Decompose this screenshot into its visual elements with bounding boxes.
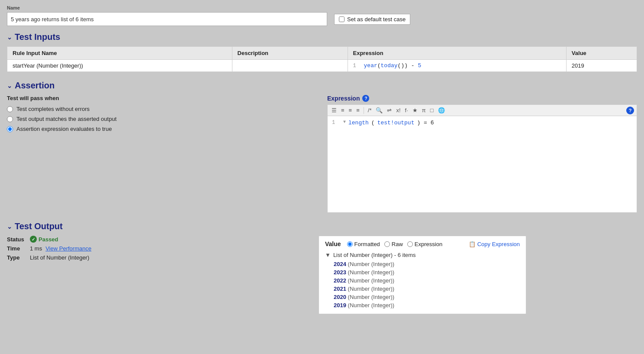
item-num-4: 2020 bbox=[334, 294, 346, 300]
list-header-text: List of Number (Integer) - 6 items bbox=[333, 252, 416, 258]
assertion-section: ⌄ Assertion Test will pass when Test com… bbox=[7, 81, 637, 213]
name-row: Set as default test case bbox=[7, 12, 637, 26]
status-row: Status ✓ Passed bbox=[7, 236, 310, 243]
assertion-sub-label: Test will pass when bbox=[7, 95, 319, 101]
list-item: 2020 (Number (Integer)) bbox=[325, 293, 520, 301]
expr-editor-body[interactable]: 1 ▼ length(test!output) = 6 bbox=[328, 116, 637, 211]
toolbar-btn-fn[interactable]: f· bbox=[404, 106, 409, 114]
type-label: Type bbox=[7, 254, 26, 261]
expression-cell[interactable]: 1 year(today()) - 5 bbox=[348, 60, 566, 72]
expr-year-fn: year bbox=[364, 62, 377, 69]
item-type-2: (Number (Integer)) bbox=[348, 277, 395, 284]
toolbar-btn-star[interactable]: ★ bbox=[411, 106, 419, 114]
test-inputs-title: Test Inputs bbox=[15, 32, 60, 42]
col-description: Description bbox=[232, 47, 348, 60]
toolbar-btn-indent1[interactable]: ☰ bbox=[330, 106, 338, 114]
toolbar-btn-indent2[interactable]: ≡ bbox=[340, 106, 346, 114]
assertion-radio-3[interactable] bbox=[7, 126, 13, 132]
assertion-line-num: 1 bbox=[332, 120, 341, 126]
list-item: 2022 (Number (Integer)) bbox=[325, 276, 520, 285]
default-checkbox-label[interactable]: Set as default test case bbox=[334, 14, 410, 25]
toolbar-btn-swap[interactable]: ⇌ bbox=[386, 106, 393, 114]
toolbar-btn-pi[interactable]: π bbox=[421, 106, 427, 114]
assertion-opt1[interactable]: Test completes without errors bbox=[7, 106, 319, 112]
status-value: ✓ Passed bbox=[30, 236, 58, 243]
assertion-opt2[interactable]: Test output matches the asserted output bbox=[7, 116, 319, 122]
list-header: ▼ List of Number (Integer) - 6 items bbox=[325, 252, 520, 258]
col-rule-input: Rule Input Name bbox=[7, 47, 232, 60]
name-label: Name bbox=[7, 5, 637, 10]
toolbar-btn-comment[interactable]: /* bbox=[367, 106, 373, 114]
expression-help-icon[interactable]: ? bbox=[362, 95, 369, 102]
test-output-header: ⌄ Test Output bbox=[7, 221, 637, 231]
item-type-1: (Number (Integer)) bbox=[348, 269, 395, 276]
expr-toolbar-help-btn[interactable]: ? bbox=[626, 107, 634, 114]
check-icon: ✓ bbox=[30, 236, 37, 243]
col-value: Value bbox=[566, 47, 637, 60]
description-cell bbox=[232, 60, 348, 72]
tab-raw-radio[interactable] bbox=[384, 241, 390, 247]
list-collapse-arrow[interactable]: ▼ bbox=[325, 252, 331, 258]
assertion-radio-2[interactable] bbox=[7, 116, 13, 122]
assertion-header: ⌄ Assertion bbox=[7, 81, 637, 91]
rule-input-name: startYear (Number (Integer)) bbox=[7, 60, 232, 72]
toolbar-btn-indent4[interactable]: ≡ bbox=[355, 106, 361, 114]
toolbar-sep-1 bbox=[364, 107, 364, 114]
output-list: ▼ List of Number (Integer) - 6 items 202… bbox=[325, 252, 520, 309]
list-item: 2023 (Number (Integer)) bbox=[325, 268, 520, 276]
radio-tabs: Formatted Raw Expression bbox=[347, 241, 443, 247]
expr-minus-5: 5 bbox=[418, 62, 421, 69]
assertion-body: Test will pass when Test completes witho… bbox=[7, 95, 637, 213]
test-output-chevron[interactable]: ⌄ bbox=[7, 223, 12, 230]
item-type-4: (Number (Integer)) bbox=[348, 294, 395, 300]
copy-icon: 📋 bbox=[469, 241, 476, 247]
list-item: 2019 (Number (Integer)) bbox=[325, 301, 520, 309]
output-body: Status ✓ Passed Time 1 ms View Performan… bbox=[7, 236, 637, 314]
toolbar-btn-indent3[interactable]: ≡ bbox=[348, 106, 354, 114]
assertion-chevron[interactable]: ⌄ bbox=[7, 82, 12, 89]
time-value: 1 ms bbox=[30, 245, 42, 252]
col-expression: Expression bbox=[348, 47, 566, 60]
test-inputs-chevron[interactable]: ⌄ bbox=[7, 34, 12, 41]
toolbar-btn-search[interactable]: 🔍 bbox=[374, 106, 384, 114]
line-num: 1 bbox=[353, 63, 356, 69]
toolbar-btn-globe[interactable]: 🌐 bbox=[437, 106, 446, 114]
type-value: List of Number (Integer) bbox=[30, 254, 89, 261]
name-section: Name Set as default test case bbox=[7, 5, 637, 26]
value-panel-label: Value bbox=[325, 240, 341, 247]
assertion-expr-testoutput: test!output bbox=[377, 120, 415, 126]
tab-formatted[interactable]: Formatted bbox=[347, 241, 380, 247]
copy-expr-label: Copy Expression bbox=[477, 241, 520, 247]
expression-label: Expression ? bbox=[327, 95, 637, 102]
tab-formatted-label: Formatted bbox=[354, 241, 380, 247]
assertion-expression-editor[interactable]: ☰ ≡ ≡ ≡ /* 🔍 ⇌ x! f· ★ π □ 🌐 ? bbox=[327, 104, 637, 213]
expr-label-text: Expression bbox=[327, 95, 360, 102]
item-num-1: 2023 bbox=[334, 269, 346, 276]
item-num-0: 2024 bbox=[334, 261, 346, 267]
tab-raw[interactable]: Raw bbox=[384, 241, 403, 247]
output-left: Status ✓ Passed Time 1 ms View Performan… bbox=[7, 236, 310, 314]
copy-expression-button[interactable]: 📋 Copy Expression bbox=[469, 241, 520, 247]
item-num-3: 2021 bbox=[334, 286, 346, 292]
tab-raw-label: Raw bbox=[392, 241, 403, 247]
test-output-section: ⌄ Test Output Status ✓ Passed Time 1 ms … bbox=[7, 221, 637, 314]
assertion-opt3[interactable]: Assertion expression evaluates to true bbox=[7, 126, 319, 132]
toolbar-btn-factorial[interactable]: x! bbox=[395, 106, 402, 114]
assertion-expr-length: length bbox=[348, 120, 369, 126]
tab-expression-label: Expression bbox=[415, 241, 442, 247]
tab-formatted-radio[interactable] bbox=[347, 241, 353, 247]
toolbar-btn-box[interactable]: □ bbox=[429, 106, 435, 114]
tab-expression[interactable]: Expression bbox=[407, 241, 442, 247]
time-label: Time bbox=[7, 245, 26, 252]
view-performance-link[interactable]: View Performance bbox=[45, 245, 91, 252]
name-input[interactable] bbox=[7, 12, 327, 26]
assertion-title: Assertion bbox=[15, 81, 55, 91]
value-panel-header: Value Formatted Raw Expression bbox=[325, 240, 520, 247]
tab-expression-radio[interactable] bbox=[407, 241, 413, 247]
assertion-radio-1[interactable] bbox=[7, 106, 13, 112]
default-checkbox[interactable] bbox=[339, 16, 345, 22]
table-row: startYear (Number (Integer)) 1 year(toda… bbox=[7, 60, 637, 72]
assertion-radio-group: Test completes without errors Test outpu… bbox=[7, 106, 319, 132]
assertion-right: Expression ? ☰ ≡ ≡ ≡ /* 🔍 ⇌ x! f· ★ π bbox=[327, 95, 637, 213]
type-row: Type List of Number (Integer) bbox=[7, 254, 310, 261]
